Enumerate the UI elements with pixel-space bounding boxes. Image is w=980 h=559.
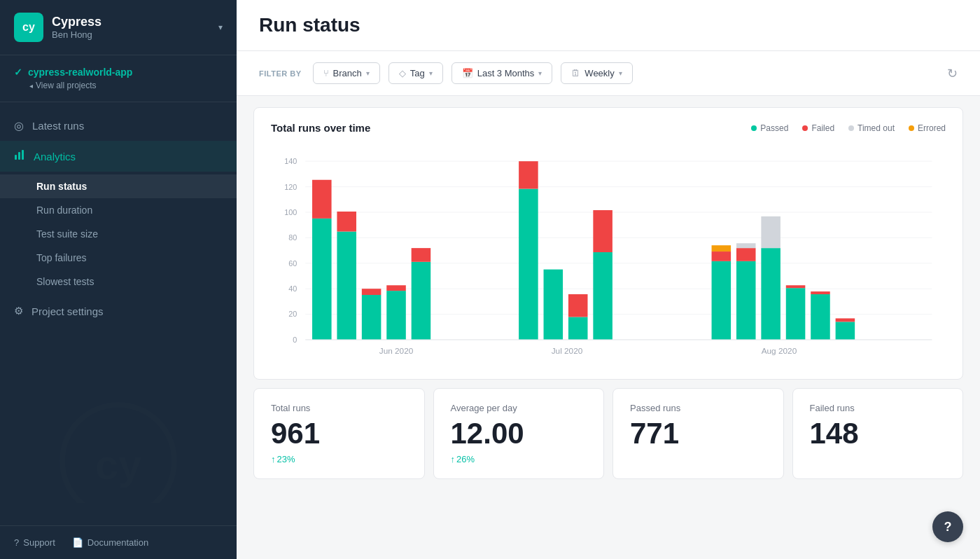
sub-item-slowest-tests[interactable]: Slowest tests [0, 270, 237, 294]
documentation-link[interactable]: 📄 Documentation [72, 537, 148, 548]
failed-runs-value: 148 [810, 419, 946, 448]
legend-errored: Errored [909, 123, 946, 133]
doc-icon: 📄 [72, 537, 83, 548]
stats-row: Total runs 961 23% Average per day 12.00… [253, 388, 963, 479]
chart-legend: Passed Failed Timed out Errored [751, 123, 946, 133]
bar-aug6-passed [836, 322, 855, 340]
bar-jun1-failed [312, 180, 332, 219]
legend-failed: Failed [802, 123, 834, 133]
passed-dot [751, 125, 757, 131]
bar-aug2-failed [736, 248, 756, 261]
bar-aug1-passed [712, 261, 732, 340]
chart-container: .y-label { font-size: 11px; fill: #9ca3a… [271, 145, 946, 365]
tag-filter[interactable]: ◇ Tag ▾ [388, 62, 443, 84]
legend-timed-out: Timed out [848, 123, 895, 133]
total-runs-value: 961 [271, 419, 407, 448]
app-title-group: Cypress Ben Hong [52, 15, 210, 40]
svg-text:120: 120 [284, 183, 297, 191]
refresh-icon[interactable]: ↻ [947, 66, 958, 81]
bar-jul1-failed [519, 161, 538, 188]
chart-section: Total runs over time Passed Failed Timed… [253, 107, 963, 380]
analytics-sub-nav: Run status Run duration Test suite size … [0, 172, 237, 296]
svg-text:140: 140 [284, 157, 297, 165]
help-button[interactable]: ? [932, 511, 963, 542]
tag-chevron-icon: ▾ [429, 69, 433, 77]
frequency-filter[interactable]: 🗓 Weekly ▾ [561, 62, 632, 84]
user-name: Ben Hong [52, 29, 210, 40]
sidebar: cy Cypress Ben Hong ▾ cypress-realworld-… [0, 0, 237, 559]
support-link[interactable]: ? Support [14, 537, 55, 548]
frequency-chevron-icon: ▾ [619, 69, 622, 77]
view-all-projects[interactable]: View all projects [14, 81, 223, 90]
bar-jun2-failed [337, 212, 356, 232]
circle-icon: ◎ [14, 119, 24, 132]
bar-jul3-failed [568, 294, 588, 317]
app-logo: cy [14, 13, 43, 42]
sub-item-run-status[interactable]: Run status [0, 174, 237, 198]
chevron-down-icon: ▾ [218, 22, 223, 32]
bar-aug4-passed [786, 288, 806, 340]
svg-text:Jul 2020: Jul 2020 [552, 346, 583, 356]
avg-per-day-change: 26% [451, 454, 587, 464]
bar-jun4-failed [386, 285, 406, 291]
bar-jun5-failed [412, 248, 431, 262]
bar-jul4-failed [593, 210, 612, 252]
sidebar-item-project-settings[interactable]: ⚙ Project settings [0, 296, 237, 326]
project-section: cypress-realworld-app View all projects [0, 55, 237, 102]
latest-runs-label: Latest runs [32, 120, 84, 132]
total-runs-label: Total runs [271, 403, 407, 413]
bar-jun4-passed [386, 291, 406, 340]
main-content: Run status FILTER BY ⑂ Branch ▾ ◇ Tag ▾ … [237, 0, 980, 559]
main-nav: ◎ Latest runs Analytics Run status Run d… [0, 102, 237, 334]
bar-jun5-passed [412, 262, 431, 340]
stat-avg-per-day: Average per day 12.00 26% [433, 388, 605, 479]
errored-dot [909, 125, 914, 131]
period-chevron-icon: ▾ [538, 69, 542, 77]
svg-text:40: 40 [288, 284, 297, 293]
branch-chevron-icon: ▾ [366, 69, 370, 77]
svg-rect-1 [18, 152, 20, 160]
svg-rect-2 [22, 150, 24, 160]
analytics-label: Analytics [34, 151, 76, 163]
filter-bar: FILTER BY ⑂ Branch ▾ ◇ Tag ▾ 📅 Last 3 Mo… [237, 51, 980, 96]
tag-icon: ◇ [399, 68, 406, 78]
sub-item-test-suite-size[interactable]: Test suite size [0, 222, 237, 246]
stat-passed-runs: Passed runs 771 [612, 388, 784, 479]
stat-failed-runs: Failed runs 148 [792, 388, 964, 479]
bar-aug5-passed [811, 294, 830, 340]
svg-text:80: 80 [288, 233, 297, 242]
sidebar-item-analytics[interactable]: Analytics [0, 141, 237, 172]
bar-aug4-failed [786, 285, 806, 288]
svg-text:20: 20 [288, 310, 297, 318]
filter-by-label: FILTER BY [259, 69, 302, 78]
sidebar-header[interactable]: cy Cypress Ben Hong ▾ [0, 0, 237, 55]
decorative-watermark: cy [0, 391, 237, 503]
sidebar-footer: ? Support 📄 Documentation [0, 525, 237, 559]
branch-filter[interactable]: ⑂ Branch ▾ [313, 62, 380, 84]
page-header: Run status [237, 0, 980, 51]
period-filter[interactable]: 📅 Last 3 Months ▾ [451, 62, 553, 84]
sub-item-top-failures[interactable]: Top failures [0, 246, 237, 270]
svg-text:0: 0 [293, 336, 297, 344]
sub-item-run-duration[interactable]: Run duration [0, 198, 237, 222]
bar-aug3-passed [761, 248, 780, 340]
chart-title: Total runs over time [271, 122, 370, 134]
app-name: Cypress [52, 15, 210, 29]
bar-chart: .y-label { font-size: 11px; fill: #9ca3a… [271, 145, 946, 362]
sidebar-item-latest-runs[interactable]: ◎ Latest runs [0, 111, 237, 141]
settings-icon: ⚙ [14, 305, 23, 317]
bar-chart-icon [14, 149, 25, 163]
timed-out-dot [848, 125, 854, 131]
bar-jul4-passed [593, 252, 612, 340]
svg-text:Aug 2020: Aug 2020 [762, 346, 797, 356]
passed-runs-value: 771 [630, 419, 766, 448]
svg-text:100: 100 [284, 208, 297, 216]
stat-total-runs: Total runs 961 23% [253, 388, 425, 479]
page-title: Run status [259, 14, 958, 36]
bar-aug6-failed [836, 318, 855, 322]
bar-jun1-passed [312, 219, 332, 340]
bar-aug1-failed [712, 251, 732, 261]
project-name[interactable]: cypress-realworld-app [14, 67, 223, 78]
avg-per-day-value: 12.00 [451, 419, 587, 448]
bar-aug1-errored [712, 245, 732, 251]
